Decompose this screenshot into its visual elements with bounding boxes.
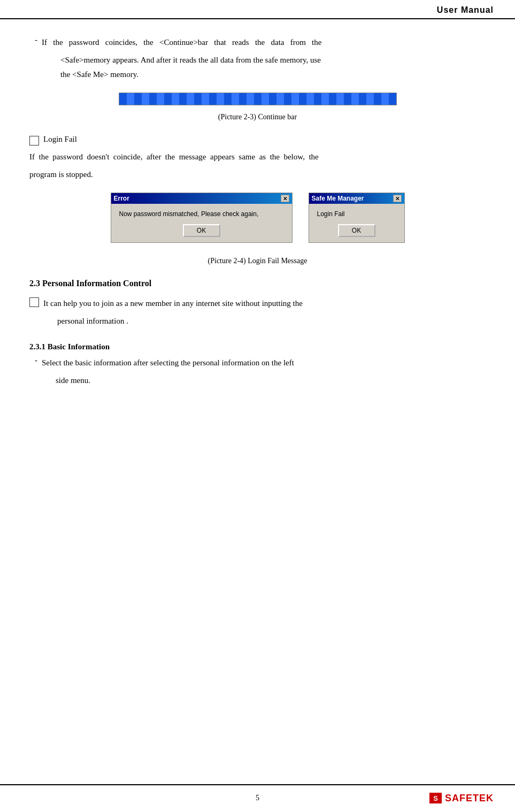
content-area: - If the password coincides, the <Contin… (0, 35, 515, 391)
safe-me-dialog-body: Login Fail OK (309, 204, 404, 242)
error-dialog-message: Now password mismatched, Please check ag… (119, 210, 284, 218)
dash-item-basic-info: - Select the basic information after sel… (29, 356, 486, 391)
section-231-heading: 2.3.1 Basic Information (29, 342, 486, 351)
safe-me-dialog-right: ✕ (393, 195, 402, 202)
checkbox-login-fail-label: Login Fail (43, 135, 77, 144)
para-password-coincides-line1: If the password coincides, the <Continue… (42, 35, 321, 50)
safe-me-dialog-titlebar: Safe Me Manager ✕ (309, 193, 404, 204)
footer-logo: S SAFETEK (429, 791, 494, 806)
checkbox-section-23: It can help you to join as a new member … (29, 296, 486, 332)
para-login-fail-line1: If the password doesn't coincide, after … (29, 150, 486, 164)
figure-24-caption-container: (Picture 2-4) Login Fail Message (29, 254, 486, 265)
section-23-line2: personal information . (43, 314, 303, 328)
section-23: 2.3 Personal Information Control It can … (29, 279, 486, 332)
safetek-logo-icon: S (429, 791, 442, 806)
para-password-coincides-line2: <Safe>memory appears. And after it reads… (42, 53, 321, 67)
para-login-fail-line2: program is stopped. (29, 167, 486, 182)
safe-me-dialog-close-btn[interactable]: ✕ (393, 195, 402, 202)
dash-symbol: - (29, 35, 37, 82)
dialog-titlebar-right: ✕ (281, 195, 289, 202)
safe-me-dialog-title: Safe Me Manager (312, 195, 364, 202)
page-container: User Manual - If the password coincides,… (0, 0, 515, 812)
section-23-heading: 2.3 Personal Information Control (29, 279, 486, 288)
dash-text-block: If the password coincides, the <Continue… (42, 35, 321, 82)
figure-continue-bar: (Picture 2-3) Continue bar (29, 93, 486, 121)
checkbox-icon-23 (29, 297, 39, 307)
dash-symbol-231: - (29, 356, 37, 391)
safetek-logo-text: SAFETEK (445, 793, 494, 804)
footer-page-number: 5 (86, 794, 429, 802)
checkbox-icon (29, 136, 39, 145)
svg-text:S: S (433, 794, 438, 802)
header-title: User Manual (437, 5, 494, 15)
section-231-line2: side menu. (42, 373, 294, 388)
error-dialog-ok-button[interactable]: OK (183, 224, 220, 237)
dash-item-password-coincides: - If the password coincides, the <Contin… (29, 35, 486, 82)
dialogs-row: Error ✕ Now password mismatched, Please … (29, 193, 486, 243)
error-dialog-close-btn[interactable]: ✕ (281, 195, 289, 202)
progress-bar-fill (119, 93, 396, 105)
progress-bar (119, 93, 397, 105)
page-footer: 5 S SAFETEK (0, 784, 515, 812)
login-fail-section: Login Fail (29, 135, 486, 145)
safe-me-dialog-ok-button[interactable]: OK (338, 224, 375, 237)
section-23-line1: It can help you to join as a new member … (43, 296, 303, 311)
figure-caption-24: (Picture 2-4) Login Fail Message (208, 257, 308, 265)
safe-me-dialog: Safe Me Manager ✕ Login Fail OK (309, 193, 405, 243)
checkbox-login-fail: Login Fail (29, 135, 486, 145)
error-dialog-titlebar: Error ✕ (111, 193, 292, 204)
dash-231-text: Select the basic information after selec… (42, 356, 294, 391)
page-header: User Manual (0, 0, 515, 19)
checkbox-23-text: It can help you to join as a new member … (43, 296, 303, 332)
section-231-line1: Select the basic information after selec… (42, 356, 294, 370)
figure-caption-23: (Picture 2-3) Continue bar (218, 113, 297, 121)
error-dialog-body: Now password mismatched, Please check ag… (111, 204, 292, 242)
error-dialog: Error ✕ Now password mismatched, Please … (111, 193, 293, 243)
para-password-coincides-line3: the <Safe Me> memory. (42, 67, 321, 82)
error-dialog-title: Error (114, 195, 129, 202)
safe-me-dialog-message: Login Fail (317, 210, 396, 218)
section-231: 2.3.1 Basic Information - Select the bas… (29, 342, 486, 391)
